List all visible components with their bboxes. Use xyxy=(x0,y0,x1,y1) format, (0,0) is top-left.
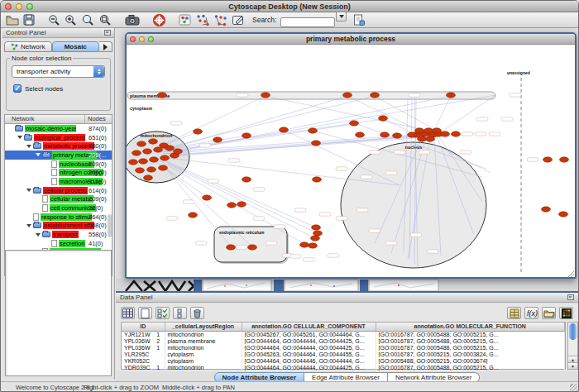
table-row[interactable]: YPL036W__1mitochondrion[GO:0044464, GO:0… xyxy=(122,344,565,351)
network-node[interactable] xyxy=(309,128,318,133)
graphics-detail-icon[interactable] xyxy=(213,13,227,26)
open-attribute-file-icon[interactable] xyxy=(542,307,556,319)
network-node[interactable] xyxy=(174,149,183,154)
network-node[interactable] xyxy=(408,132,417,137)
network-node[interactable] xyxy=(393,133,402,138)
zoom-selected-icon[interactable] xyxy=(81,13,94,26)
network-view-titlebar[interactable]: primary metabolic process xyxy=(127,34,575,45)
network-node[interactable] xyxy=(447,93,456,98)
network-node[interactable] xyxy=(143,149,152,154)
network-edge[interactable] xyxy=(347,96,419,131)
network-edge[interactable] xyxy=(438,95,495,134)
network-node[interactable] xyxy=(312,141,321,146)
network-edge[interactable] xyxy=(165,167,252,246)
network-node[interactable] xyxy=(343,93,352,98)
function-builder-icon[interactable]: f(x) xyxy=(524,307,538,319)
table-row[interactable]: YJR121W__1mitochondrion[GO:0045267, GO:0… xyxy=(122,331,565,337)
network-node[interactable] xyxy=(194,129,203,134)
heatmap-icon[interactable] xyxy=(559,307,573,319)
network-node[interactable] xyxy=(147,167,156,172)
expand-triangle-icon[interactable] xyxy=(36,153,41,156)
scroll-down-icon[interactable]: ▼ xyxy=(568,362,577,369)
annotation-icon[interactable] xyxy=(232,13,245,26)
network-node[interactable] xyxy=(452,131,461,136)
network-node[interactable] xyxy=(159,165,168,170)
attribute-table[interactable]: ID_cellularLayoutRegionannotation.GO CEL… xyxy=(121,322,566,370)
snapshot-icon[interactable] xyxy=(125,13,140,26)
select-all-attributes-icon[interactable] xyxy=(156,307,170,319)
zoom-fit-icon[interactable] xyxy=(98,13,112,26)
layout-icon[interactable] xyxy=(195,13,209,26)
network-node[interactable] xyxy=(139,159,148,164)
network-node[interactable] xyxy=(280,127,289,132)
network-edge[interactable] xyxy=(166,95,495,152)
expand-triangle-icon[interactable] xyxy=(36,233,41,237)
tree-item[interactable]: mosaic-demo-yeast874(0) xyxy=(5,124,112,133)
network-node[interactable] xyxy=(136,168,145,173)
table-scrollbar[interactable]: ▲ ▼ xyxy=(567,322,578,370)
table-row[interactable]: YPL036W__2plasma membrane[GO:0044464, GO… xyxy=(122,337,565,344)
network-node[interactable] xyxy=(144,175,153,180)
network-node[interactable] xyxy=(380,132,390,137)
network-node[interactable] xyxy=(424,128,433,133)
tree-item[interactable]: response to stimulu264(0) xyxy=(5,213,112,222)
network-node[interactable] xyxy=(154,147,163,152)
network-node[interactable] xyxy=(132,151,141,155)
network-edge[interactable] xyxy=(163,124,354,152)
float-panel-icon[interactable] xyxy=(104,30,111,36)
tree-item[interactable]: primary metabo209(... xyxy=(5,151,112,160)
network-node[interactable] xyxy=(227,203,237,208)
help-icon[interactable] xyxy=(153,13,165,26)
tab-mosaic[interactable]: Mosaic xyxy=(52,41,100,52)
tree-item[interactable]: cellular metabo209(0) xyxy=(5,195,112,204)
table-row[interactable]: YKR052Ccytoplasm[GO:0044464, GO:0044446,… xyxy=(122,357,565,364)
tree-item[interactable]: cell communicat22(0) xyxy=(5,203,112,213)
network-node[interactable] xyxy=(542,207,551,212)
network-node[interactable] xyxy=(311,236,320,241)
network-node[interactable] xyxy=(441,131,450,136)
network-node[interactable] xyxy=(158,93,167,98)
network-node[interactable] xyxy=(203,195,212,200)
network-node[interactable] xyxy=(426,136,435,141)
zoom-in-icon[interactable] xyxy=(65,13,77,26)
tree-item[interactable]: cellular process614(0) xyxy=(5,186,112,195)
network-node[interactable] xyxy=(415,128,424,133)
scrollbar-thumb[interactable] xyxy=(569,323,577,340)
expand-triangle-icon[interactable] xyxy=(26,189,31,192)
network-node[interactable] xyxy=(189,213,198,218)
network-node[interactable] xyxy=(371,93,380,98)
network-node[interactable] xyxy=(150,157,159,162)
network-node[interactable] xyxy=(242,133,251,138)
search-dropdown-button[interactable] xyxy=(336,12,347,22)
network-node[interactable] xyxy=(248,245,257,250)
tree-item[interactable]: establishment of lo558(0) xyxy=(5,222,112,231)
save-icon[interactable] xyxy=(23,13,35,26)
float-data-panel-icon[interactable] xyxy=(567,294,574,300)
network-node[interactable] xyxy=(165,146,175,151)
select-nodes-checkbox[interactable]: ✓ xyxy=(13,84,22,93)
network-node[interactable] xyxy=(313,177,322,182)
network-node[interactable] xyxy=(313,231,323,236)
network-node[interactable] xyxy=(137,141,146,146)
network-node[interactable] xyxy=(356,132,365,137)
tree-item[interactable]: transport558(0) xyxy=(5,230,112,239)
tree-scrollbar[interactable] xyxy=(108,214,112,237)
network-node[interactable] xyxy=(213,137,223,142)
network-node[interactable] xyxy=(543,157,553,162)
resize-grip[interactable] xyxy=(570,384,577,391)
network-node[interactable] xyxy=(350,121,359,126)
vizmapper-icon[interactable] xyxy=(179,13,191,26)
tree-item[interactable]: macromolecule311(0) xyxy=(5,177,112,186)
select-attributes-icon[interactable] xyxy=(121,307,135,319)
tree-item[interactable]: secretion41(0) xyxy=(5,239,112,248)
tree-item[interactable]: nucleobase-209(0) xyxy=(5,160,112,169)
table-row[interactable]: YDR039C__1mitochondrion[GO:0044464, GO:0… xyxy=(122,364,565,370)
network-node[interactable] xyxy=(237,202,246,207)
tab-network[interactable]: Network xyxy=(4,41,52,52)
expand-triangle-icon[interactable] xyxy=(26,145,31,148)
zoom-out-icon[interactable] xyxy=(48,13,60,26)
network-edge[interactable] xyxy=(266,96,428,131)
tree-item[interactable]: biological_process651(0) xyxy=(5,133,112,142)
create-attribute-icon[interactable] xyxy=(138,307,152,319)
node-color-dropdown[interactable]: transporter activity xyxy=(12,65,105,78)
